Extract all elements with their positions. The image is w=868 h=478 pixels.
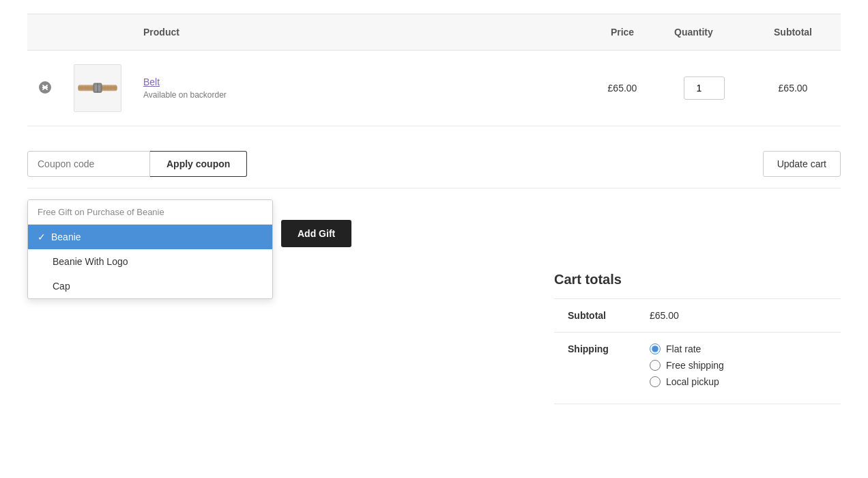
product-qty-cell xyxy=(663,51,745,126)
shipping-label-flat[interactable]: Flat rate xyxy=(666,343,701,354)
subtotal-value: £65.00 xyxy=(636,299,841,333)
product-backorder: Available on backorder xyxy=(143,90,570,100)
product-link[interactable]: Belt xyxy=(143,76,160,87)
table-row: Belt Available on backorder £65.00 £65.0… xyxy=(27,51,841,126)
page-wrapper: Product Price Quantity Subtotal xyxy=(0,0,868,418)
gift-dropdown-header: Free Gift on Purchase of Beanie xyxy=(28,200,272,225)
shipping-radio-local[interactable] xyxy=(650,376,661,387)
gift-option-beanie-logo[interactable]: Beanie With Logo xyxy=(28,249,272,274)
gift-option-cap[interactable]: Cap xyxy=(28,274,272,298)
apply-coupon-button[interactable]: Apply coupon xyxy=(150,151,247,177)
product-thumbnail-cell xyxy=(63,51,132,126)
col-subtotal-header: Subtotal xyxy=(745,14,841,51)
product-subtotal-cell: £65.00 xyxy=(745,51,841,126)
col-product-header: Product xyxy=(132,14,581,51)
gift-option-cap-label: Cap xyxy=(53,281,70,292)
cart-table-body: Belt Available on backorder £65.00 £65.0… xyxy=(27,51,841,126)
product-subtotal: £65.00 xyxy=(779,83,808,94)
cart-table-header: Product Price Quantity Subtotal xyxy=(27,14,841,51)
remove-icon[interactable] xyxy=(38,81,52,94)
col-remove-header xyxy=(27,14,63,51)
product-price: £65.00 xyxy=(608,83,637,94)
remove-cell xyxy=(27,51,63,126)
product-thumbnail xyxy=(74,64,121,112)
shipping-option-local: Local pickup xyxy=(650,376,827,387)
gift-dropdown-popup: Free Gift on Purchase of Beanie ✓ Beanie… xyxy=(27,199,273,299)
shipping-option-flat: Flat rate xyxy=(650,343,827,354)
shipping-radio-flat[interactable] xyxy=(650,343,661,354)
subtotal-row: Subtotal £65.00 xyxy=(554,299,841,333)
shipping-row: Shipping Flat rate Free shipping xyxy=(554,333,841,404)
col-thumb-header xyxy=(63,14,132,51)
gift-option-beanie-label: Beanie xyxy=(51,231,81,242)
gift-section: Free Gift on Purchase of Beanie ✓ Beanie… xyxy=(27,188,841,258)
cart-table: Product Price Quantity Subtotal xyxy=(27,14,841,126)
col-price-header: Price xyxy=(581,14,663,51)
shipping-label-local[interactable]: Local pickup xyxy=(666,376,719,387)
quantity-input[interactable] xyxy=(684,76,725,100)
coupon-left: Apply coupon xyxy=(27,151,247,177)
col-quantity-header: Quantity xyxy=(663,14,745,51)
shipping-label: Shipping xyxy=(554,333,636,404)
gift-option-beanie-logo-label: Beanie With Logo xyxy=(53,256,128,267)
coupon-input[interactable] xyxy=(27,151,150,177)
product-info-cell: Belt Available on backorder xyxy=(132,51,581,126)
cart-totals-box: Cart totals Subtotal £65.00 Shipping Fla… xyxy=(554,272,841,404)
subtotal-label: Subtotal xyxy=(554,299,636,333)
product-price-cell: £65.00 xyxy=(581,51,663,126)
add-gift-button[interactable]: Add Gift xyxy=(281,220,351,247)
update-cart-button[interactable]: Update cart xyxy=(763,151,841,177)
shipping-options: Flat rate Free shipping Local pickup xyxy=(636,333,841,404)
belt-image xyxy=(77,74,118,102)
shipping-label-free[interactable]: Free shipping xyxy=(666,360,724,371)
coupon-row: Apply coupon Update cart xyxy=(27,140,841,188)
checkmark-icon: ✓ xyxy=(38,231,46,242)
gift-option-beanie[interactable]: ✓ Beanie xyxy=(28,225,272,249)
cart-totals-title: Cart totals xyxy=(554,272,841,287)
shipping-option-free: Free shipping xyxy=(650,360,827,371)
product-name: Belt xyxy=(143,76,570,87)
shipping-radio-free[interactable] xyxy=(650,360,661,371)
totals-table: Subtotal £65.00 Shipping Flat rate xyxy=(554,298,841,404)
